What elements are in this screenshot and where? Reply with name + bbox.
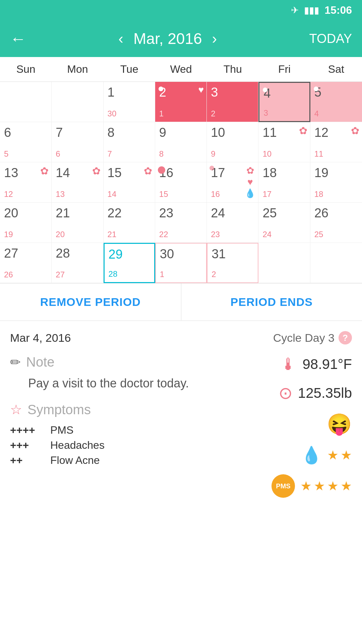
calendar-day-18[interactable]: 18 17: [258, 162, 310, 203]
calendar-day-empty-2[interactable]: [52, 82, 103, 122]
status-bar: ✈ ▮▮▮ 15:06: [0, 0, 362, 20]
symptom-item-pms[interactable]: ++++ PMS: [10, 424, 225, 436]
symptoms-label: Symptoms: [27, 402, 91, 417]
note-text: Pay a visit to the doctor today.: [10, 375, 225, 392]
period-ends-button[interactable]: PERIOD ENDS: [181, 283, 362, 320]
scale-icon: ⊙: [279, 383, 293, 403]
calendar-day-11[interactable]: 11 ✿ 10: [258, 122, 310, 162]
calendar-day-17[interactable]: 17 ✿ ♥ 💧 16: [207, 162, 258, 203]
day-header-sat: Sat: [310, 57, 362, 82]
calendar-day-1[interactable]: 1 30: [104, 82, 155, 122]
temperature-value: 98.91°F: [302, 356, 352, 372]
weight-value: 125.35lb: [298, 385, 352, 401]
ovulation-icon-15: ✿: [144, 165, 152, 177]
star-2: ★: [341, 448, 352, 463]
pms-star-2: ★: [314, 479, 325, 493]
day-header-mon: Mon: [52, 57, 103, 82]
calendar-day-empty-1[interactable]: [0, 82, 52, 122]
pms-star-3: ★: [327, 479, 339, 493]
prev-month-button[interactable]: ‹: [118, 30, 123, 47]
calendar-day-8[interactable]: 8 7: [104, 122, 155, 162]
pms-badge: PMS: [272, 474, 295, 498]
back-button[interactable]: ←: [10, 30, 26, 48]
calendar-day-empty-6[interactable]: [258, 243, 310, 283]
calendar-day-empty-7[interactable]: [310, 243, 362, 283]
day-header-thu: Thu: [207, 57, 258, 82]
calendar-day-6[interactable]: 6 5: [0, 122, 52, 162]
period-dot-16: [158, 166, 165, 174]
calendar-day-2[interactable]: 2 ♥ 1: [155, 82, 207, 122]
ovulation-icon-13: ✿: [40, 165, 49, 177]
ovulation-icon-14: ✿: [92, 165, 101, 177]
info-layout: ✏ Note Pay a visit to the doctor today. …: [10, 355, 352, 498]
thermometer-icon: 🌡: [280, 355, 297, 374]
calendar-day-10[interactable]: 10 9: [207, 122, 258, 162]
next-month-button[interactable]: ›: [212, 30, 217, 47]
cycle-help-icon[interactable]: ?: [339, 331, 352, 344]
day-headers: Sun Mon Tue Wed Thu Fri Sat: [0, 57, 362, 82]
calendar-day-9[interactable]: 9 8: [155, 122, 207, 162]
calendar-day-20[interactable]: 20 19: [0, 203, 52, 243]
airplane-icon: ✈: [291, 5, 299, 16]
calendar-day-12[interactable]: 12 ✿ 11: [310, 122, 362, 162]
today-button[interactable]: TODAY: [309, 32, 352, 46]
calendar-day-29[interactable]: 29 28: [104, 243, 155, 283]
calendar-day-26[interactable]: 26 25: [310, 203, 362, 243]
calendar-day-15[interactable]: 15 ✿ 14: [104, 162, 155, 203]
day-header-wed: Wed: [155, 57, 207, 82]
symptom-item-acne[interactable]: ++ Flow Acne: [10, 454, 225, 467]
calendar-day-5[interactable]: 5 4: [310, 82, 362, 122]
calendar-day-21[interactable]: 21 20: [52, 203, 103, 243]
calendar: Sun Mon Tue Wed Thu Fri Sat 1 30 2 ♥ 1 3…: [0, 57, 362, 283]
day-header-tue: Tue: [104, 57, 155, 82]
mood-icon[interactable]: 😝: [327, 412, 352, 436]
remove-period-button[interactable]: REMOVE PERIOD: [0, 283, 181, 320]
headaches-name: Headaches: [50, 439, 105, 451]
calendar-day-30[interactable]: 30 1: [155, 243, 207, 283]
symptoms-section: ☆ Symptoms ++++ PMS +++ Headaches ++ Flo…: [10, 402, 225, 467]
calendar-day-31[interactable]: 31 2: [207, 243, 258, 283]
calendar-day-25[interactable]: 25 24: [258, 203, 310, 243]
heart-icon-17: ♥: [247, 177, 253, 187]
pms-severity: ++++: [10, 424, 50, 436]
weight-row: ⊙ 125.35lb: [279, 383, 352, 403]
pencil-icon[interactable]: ✏: [10, 355, 21, 370]
info-section: Mar 4, 2016 Cycle Day 3 ? ✏ Note Pay a v…: [0, 321, 362, 504]
calendar-day-27[interactable]: 27 26: [0, 243, 52, 283]
calendar-day-16[interactable]: 16 15: [155, 162, 207, 203]
calendar-day-19[interactable]: 19 18: [310, 162, 362, 203]
symptoms-header: ☆ Symptoms: [10, 402, 225, 417]
calendar-day-23[interactable]: 23 22: [155, 203, 207, 243]
flow-drop-icon: 💧: [301, 445, 322, 465]
battery-icon: ▮▮▮: [304, 5, 319, 16]
symptoms-list: ++++ PMS +++ Headaches ++ Flow Acne: [10, 424, 225, 467]
flow-stars: ★ ★: [327, 448, 352, 463]
pms-stars: ★ ★ ★ ★: [300, 479, 352, 493]
pms-star-4: ★: [341, 479, 352, 493]
cycle-day-label: Cycle Day 3: [273, 331, 335, 344]
calendar-day-3[interactable]: 3 2: [207, 82, 258, 122]
calendar-day-7[interactable]: 7 6: [52, 122, 103, 162]
info-header: Mar 4, 2016 Cycle Day 3 ?: [10, 331, 352, 344]
calendar-day-28[interactable]: 28 27: [52, 243, 103, 283]
pms-stars-row: PMS ★ ★ ★ ★: [272, 474, 352, 498]
calendar-day-22[interactable]: 22 21: [104, 203, 155, 243]
star-icon[interactable]: ☆: [10, 402, 22, 417]
status-time: 15:06: [324, 4, 352, 16]
selected-date: Mar 4, 2016: [10, 331, 71, 344]
month-title: Mar, 2016: [133, 30, 202, 48]
calendar-day-13[interactable]: 13 ✿ 12: [0, 162, 52, 203]
ovulation-icon-12: ✿: [351, 125, 359, 137]
calendar-grid: 1 30 2 ♥ 1 3 2 4 3 5 4 6 5 7: [0, 82, 362, 283]
pms-star-1: ★: [300, 479, 312, 493]
symptom-item-headaches[interactable]: +++ Headaches: [10, 439, 225, 451]
day-17-icons: ✿ ♥ 💧: [245, 165, 255, 199]
calendar-day-14[interactable]: 14 ✿ 13: [52, 162, 103, 203]
note-section: ✏ Note Pay a visit to the doctor today.: [10, 355, 225, 392]
calendar-day-4[interactable]: 4 3: [258, 82, 310, 122]
note-header: ✏ Note: [10, 355, 225, 370]
info-left-col: ✏ Note Pay a visit to the doctor today. …: [10, 355, 225, 498]
calendar-header: ← ‹ Mar, 2016 › TODAY: [0, 20, 362, 57]
calendar-day-24[interactable]: 24 23: [207, 203, 258, 243]
note-label: Note: [26, 355, 55, 370]
